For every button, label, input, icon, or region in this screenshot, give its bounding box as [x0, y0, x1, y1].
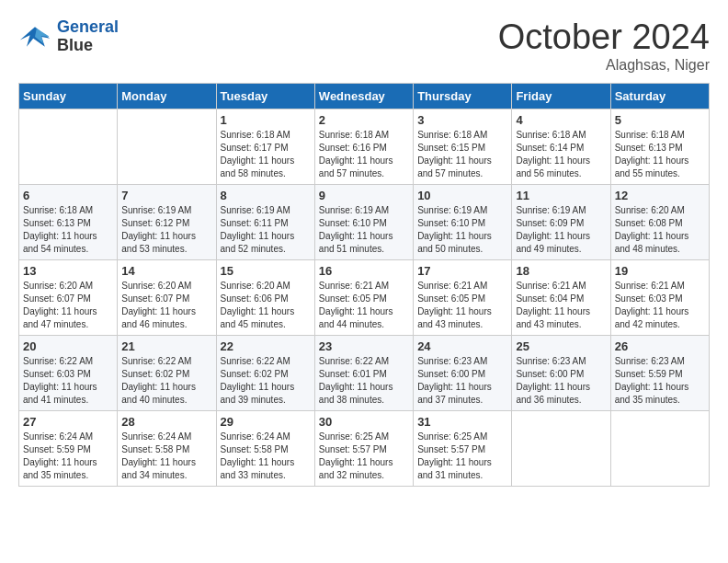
sunset: Sunset: 6:04 PM — [516, 293, 584, 304]
sunrise: Sunrise: 6:20 AM — [221, 281, 290, 291]
daylight: Daylight: 11 hours and 55 minutes. — [615, 155, 689, 178]
day-number: 10 — [417, 189, 507, 202]
logo-line2: Blue — [57, 37, 119, 55]
sunrise: Sunrise: 6:22 AM — [221, 356, 290, 366]
header-wednesday: Wednesday — [314, 83, 413, 109]
calendar-cell: 25 Sunrise: 6:23 AM Sunset: 6:00 PM Dayl… — [512, 335, 610, 410]
sunset: Sunset: 5:59 PM — [23, 444, 91, 454]
calendar-cell: 26 Sunrise: 6:23 AM Sunset: 5:59 PM Dayl… — [610, 335, 709, 410]
sunset: Sunset: 6:03 PM — [615, 293, 683, 304]
calendar-week-3: 20 Sunrise: 6:22 AM Sunset: 6:03 PM Dayl… — [19, 335, 710, 410]
day-info: Sunrise: 6:18 AM Sunset: 6:13 PM Dayligh… — [23, 204, 113, 256]
calendar-week-1: 6 Sunrise: 6:18 AM Sunset: 6:13 PM Dayli… — [19, 184, 710, 259]
header-thursday: Thursday — [414, 83, 512, 109]
calendar-cell: 16 Sunrise: 6:21 AM Sunset: 6:05 PM Dayl… — [314, 259, 413, 335]
calendar-cell: 8 Sunrise: 6:19 AM Sunset: 6:11 PM Dayli… — [216, 184, 314, 259]
calendar-cell: 19 Sunrise: 6:21 AM Sunset: 6:03 PM Dayl… — [610, 259, 709, 335]
calendar-cell: 20 Sunrise: 6:22 AM Sunset: 6:03 PM Dayl… — [19, 335, 118, 410]
calendar-cell: 10 Sunrise: 6:19 AM Sunset: 6:10 PM Dayl… — [414, 184, 512, 259]
sunrise: Sunrise: 6:19 AM — [319, 205, 389, 215]
day-number: 3 — [417, 113, 507, 127]
sunrise: Sunrise: 6:20 AM — [615, 205, 685, 215]
calendar-cell — [610, 410, 709, 486]
daylight: Daylight: 11 hours and 53 minutes. — [121, 231, 196, 254]
sunset: Sunset: 6:08 PM — [615, 218, 683, 228]
sunrise: Sunrise: 6:23 AM — [417, 356, 487, 366]
logo-text: General Blue — [57, 18, 119, 55]
sunrise: Sunrise: 6:20 AM — [23, 281, 93, 291]
sunrise: Sunrise: 6:22 AM — [121, 356, 191, 366]
sunset: Sunset: 5:57 PM — [417, 444, 485, 454]
sunrise: Sunrise: 6:19 AM — [221, 205, 290, 215]
calendar-cell: 6 Sunrise: 6:18 AM Sunset: 6:13 PM Dayli… — [19, 184, 118, 259]
calendar-cell: 23 Sunrise: 6:22 AM Sunset: 6:01 PM Dayl… — [314, 335, 413, 410]
header-row: Sunday Monday Tuesday Wednesday Thursday… — [19, 83, 710, 109]
sunset: Sunset: 6:06 PM — [221, 293, 289, 304]
day-info: Sunrise: 6:20 AM Sunset: 6:07 PM Dayligh… — [23, 280, 113, 331]
sunset: Sunset: 6:07 PM — [121, 293, 189, 304]
daylight: Daylight: 11 hours and 36 minutes. — [516, 382, 590, 405]
sunset: Sunset: 6:15 PM — [417, 143, 485, 153]
daylight: Daylight: 11 hours and 47 minutes. — [23, 306, 97, 329]
daylight: Daylight: 11 hours and 56 minutes. — [516, 155, 590, 178]
day-number: 1 — [221, 113, 311, 127]
day-number: 28 — [121, 415, 211, 429]
calendar-cell: 3 Sunrise: 6:18 AM Sunset: 6:15 PM Dayli… — [414, 109, 512, 184]
day-number: 19 — [615, 264, 705, 278]
calendar-cell — [512, 410, 610, 486]
sunrise: Sunrise: 6:25 AM — [319, 431, 389, 442]
daylight: Daylight: 11 hours and 41 minutes. — [23, 382, 97, 405]
sunset: Sunset: 6:16 PM — [319, 143, 387, 153]
day-number: 12 — [615, 189, 705, 202]
day-info: Sunrise: 6:18 AM Sunset: 6:17 PM Dayligh… — [221, 129, 311, 180]
sunrise: Sunrise: 6:23 AM — [516, 356, 586, 366]
day-info: Sunrise: 6:24 AM Sunset: 5:58 PM Dayligh… — [121, 431, 211, 482]
calendar-cell: 2 Sunrise: 6:18 AM Sunset: 6:16 PM Dayli… — [314, 109, 413, 184]
sunset: Sunset: 6:11 PM — [221, 218, 289, 228]
day-number: 23 — [319, 339, 409, 353]
calendar-cell — [118, 109, 216, 184]
day-number: 6 — [23, 189, 113, 202]
day-info: Sunrise: 6:18 AM Sunset: 6:13 PM Dayligh… — [615, 129, 705, 180]
sunrise: Sunrise: 6:22 AM — [319, 356, 389, 366]
day-info: Sunrise: 6:22 AM Sunset: 6:02 PM Dayligh… — [121, 355, 211, 407]
sunrise: Sunrise: 6:18 AM — [417, 130, 487, 140]
day-info: Sunrise: 6:23 AM Sunset: 5:59 PM Dayligh… — [615, 355, 705, 407]
sunset: Sunset: 6:00 PM — [516, 369, 584, 379]
day-number: 11 — [516, 189, 606, 202]
day-info: Sunrise: 6:19 AM Sunset: 6:11 PM Dayligh… — [221, 204, 311, 256]
sunset: Sunset: 6:07 PM — [23, 293, 91, 304]
sunset: Sunset: 6:01 PM — [319, 369, 387, 379]
daylight: Daylight: 11 hours and 50 minutes. — [417, 231, 492, 254]
day-info: Sunrise: 6:19 AM Sunset: 6:09 PM Dayligh… — [516, 204, 606, 256]
day-number: 29 — [221, 415, 311, 429]
sunset: Sunset: 6:10 PM — [319, 218, 387, 228]
calendar-cell: 12 Sunrise: 6:20 AM Sunset: 6:08 PM Dayl… — [610, 184, 709, 259]
day-number: 20 — [23, 339, 113, 353]
daylight: Daylight: 11 hours and 40 minutes. — [121, 382, 196, 405]
daylight: Daylight: 11 hours and 46 minutes. — [121, 306, 196, 329]
day-info: Sunrise: 6:25 AM Sunset: 5:57 PM Dayligh… — [319, 431, 409, 482]
sunrise: Sunrise: 6:21 AM — [516, 281, 586, 291]
day-number: 7 — [121, 189, 211, 202]
daylight: Daylight: 11 hours and 52 minutes. — [221, 231, 295, 254]
calendar-cell: 7 Sunrise: 6:19 AM Sunset: 6:12 PM Dayli… — [118, 184, 216, 259]
daylight: Daylight: 11 hours and 42 minutes. — [615, 306, 689, 329]
sunset: Sunset: 6:10 PM — [417, 218, 485, 228]
daylight: Daylight: 11 hours and 54 minutes. — [23, 231, 97, 254]
location-subtitle: Alaghsas, Niger — [498, 57, 710, 74]
sunrise: Sunrise: 6:25 AM — [417, 431, 487, 442]
day-info: Sunrise: 6:25 AM Sunset: 5:57 PM Dayligh… — [417, 431, 507, 482]
calendar-cell: 28 Sunrise: 6:24 AM Sunset: 5:58 PM Dayl… — [118, 410, 216, 486]
day-info: Sunrise: 6:18 AM Sunset: 6:15 PM Dayligh… — [417, 129, 507, 180]
calendar-cell: 22 Sunrise: 6:22 AM Sunset: 6:02 PM Dayl… — [216, 335, 314, 410]
day-number: 30 — [319, 415, 409, 429]
sunrise: Sunrise: 6:19 AM — [417, 205, 487, 215]
sunrise: Sunrise: 6:21 AM — [319, 281, 389, 291]
sunrise: Sunrise: 6:18 AM — [319, 130, 389, 140]
day-number: 18 — [516, 264, 606, 278]
day-number: 9 — [319, 189, 409, 202]
logo-icon — [18, 23, 51, 51]
day-number: 15 — [221, 264, 311, 278]
day-info: Sunrise: 6:21 AM Sunset: 6:04 PM Dayligh… — [516, 280, 606, 331]
